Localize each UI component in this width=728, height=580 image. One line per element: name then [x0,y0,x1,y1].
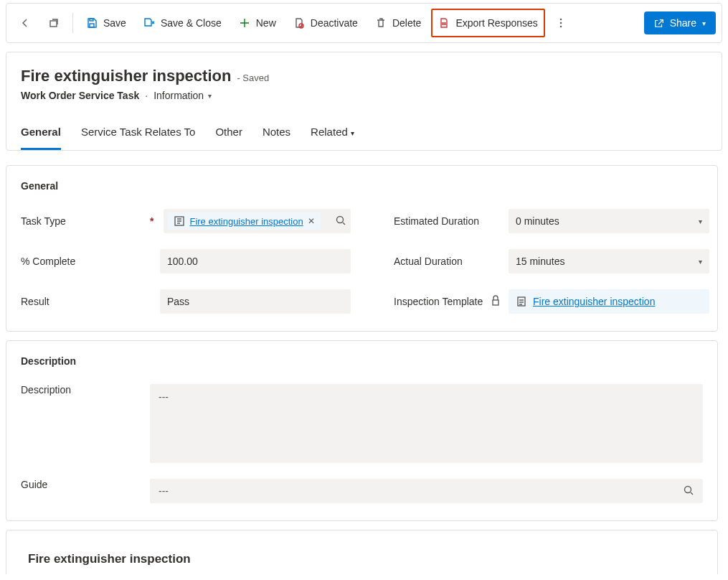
section-title-general: General [21,180,703,192]
save-button[interactable]: Save [79,10,133,36]
command-bar: Save Save & Close New Deactivate Delete … [6,3,722,43]
label-result: Result [21,296,150,307]
label-actual-duration: Actual Duration [394,256,509,267]
overflow-button[interactable] [548,10,574,36]
section-inspection: Fire extinguisher inspection [6,530,718,574]
popout-icon [48,17,60,29]
chevron-down-icon: ▾ [702,19,706,27]
description-field[interactable]: --- [150,384,703,463]
arrow-left-icon [19,17,31,29]
percent-complete-field[interactable]: 100.00 [160,249,351,273]
svg-rect-2 [90,19,93,21]
save-label: Save [103,17,126,29]
chevron-down-icon: ▾ [699,218,702,225]
svg-point-5 [559,22,562,24]
more-vertical-icon [555,17,567,29]
export-responses-button[interactable]: Export Responses [431,9,544,37]
form-name: Information [153,90,204,101]
description-value: --- [159,391,169,403]
record-title: Fire extinguisher inspection [21,67,231,85]
deactivate-label: Deactivate [311,17,358,29]
chevron-down-icon: ▾ [699,258,702,266]
svg-point-6 [559,26,562,28]
tab-relates-to[interactable]: Service Task Relates To [81,118,196,150]
plus-icon [239,17,250,29]
inspection-template-link[interactable]: Fire extinguisher inspection [533,296,655,307]
form-selector[interactable]: Information ▾ [153,90,212,101]
share-label: Share [670,17,696,29]
guide-value: --- [159,485,169,497]
remove-lookup-icon[interactable]: ✕ [308,216,315,226]
label-task-type: Task Type [21,215,150,227]
result-field[interactable]: Pass [160,289,351,314]
lock-icon [490,295,509,309]
tab-notes[interactable]: Notes [263,118,290,150]
export-responses-label: Export Responses [455,17,537,29]
delete-label: Delete [392,17,421,29]
svg-point-8 [337,216,344,223]
deactivate-icon [293,17,305,29]
label-description: Description [21,384,150,396]
entity-icon [174,215,185,227]
share-button[interactable]: Share ▾ [644,11,716,34]
new-label: New [256,17,276,29]
actual-duration-field[interactable]: 15 minutes ▾ [509,249,709,273]
popout-button[interactable] [41,10,67,36]
label-inspection-template-text: Inspection Template [394,296,483,307]
svg-rect-0 [50,21,57,27]
guide-field[interactable]: --- [150,479,703,503]
inspection-title: Fire extinguisher inspection [28,552,696,566]
trash-icon [375,17,387,29]
label-inspection-template: Inspection Template [394,295,509,309]
svg-rect-9 [493,300,498,305]
tab-related-label: Related [311,126,348,138]
inspection-template-lookup[interactable]: Fire extinguisher inspection [509,289,709,314]
tab-other[interactable]: Other [215,118,242,150]
deactivate-button[interactable]: Deactivate [286,10,365,36]
required-indicator: * [150,215,161,227]
section-title-description: Description [21,355,703,367]
result-value: Pass [167,296,189,307]
label-guide: Guide [21,479,150,490]
tab-general[interactable]: General [21,118,61,150]
estimated-duration-value: 0 minutes [516,215,559,227]
delete-button[interactable]: Delete [368,10,428,36]
share-icon [654,18,664,28]
chevron-down-icon: ▾ [208,92,212,100]
task-type-link[interactable]: Fire extinguisher inspection [189,216,303,227]
chevron-down-icon: ▾ [351,129,354,137]
save-close-label: Save & Close [161,17,222,29]
search-icon[interactable] [683,485,694,498]
record-header: Fire extinguisher inspection - Saved Wor… [6,52,722,151]
svg-point-11 [685,486,691,492]
label-estimated-duration: Estimated Duration [394,215,509,227]
actual-duration-value: 15 minutes [516,256,564,267]
tab-list: General Service Task Relates To Other No… [21,118,707,150]
estimated-duration-field[interactable]: 0 minutes ▾ [509,209,709,233]
inspection-icon [516,296,527,307]
label-percent-complete: % Complete [21,256,150,267]
tab-related[interactable]: Related▾ [311,118,354,150]
pdf-icon [438,17,450,29]
percent-complete-value: 100.00 [167,256,198,267]
svg-rect-1 [90,24,94,27]
task-type-lookup[interactable]: Fire extinguisher inspection ✕ [164,209,351,233]
svg-point-4 [559,19,562,21]
search-icon[interactable] [335,215,346,228]
section-general: General Task Type * Fire extinguisher in… [6,165,718,332]
divider [72,13,73,33]
separator-dot: · [145,90,148,101]
save-close-button[interactable]: Save & Close [136,10,229,36]
save-close-icon [143,17,155,29]
record-saved-status: - Saved [237,72,269,83]
section-description: Description Description --- Guide --- [6,340,718,521]
back-button[interactable] [12,10,38,36]
save-icon [86,17,98,29]
form-scroll-region[interactable]: General Task Type * Fire extinguisher in… [6,156,722,574]
entity-name: Work Order Service Task [21,90,139,101]
new-button[interactable]: New [232,10,283,36]
